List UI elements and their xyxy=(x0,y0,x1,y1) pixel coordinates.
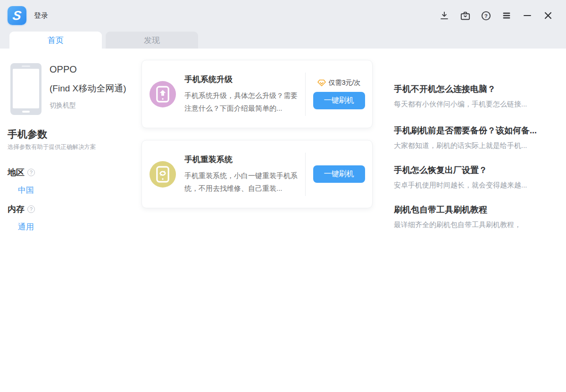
switch-device-link[interactable]: 切换机型 xyxy=(50,101,76,110)
device-phone-homebar xyxy=(22,111,30,113)
card-text: 手机系统升级 手机系统升级，具体怎么升级？需要注意什么？下面介绍最简单的... xyxy=(184,74,303,114)
region-help-icon[interactable]: ? xyxy=(27,169,35,176)
device-brand: OPPO xyxy=(50,64,77,75)
article-title: 刷机包自带工具刷机教程 xyxy=(394,204,566,215)
titlebar: S 登录 ? xyxy=(0,0,566,31)
card-actions: 仅需3元/次 一键刷机 xyxy=(306,79,372,109)
article-desc: 大家都知道，刷机的话实际上就是给手机... xyxy=(394,141,566,150)
card-title: 手机系统升级 xyxy=(184,74,303,85)
help-icon[interactable]: ? xyxy=(480,10,491,21)
menu-icon[interactable] xyxy=(501,10,512,21)
device-phone-speaker xyxy=(22,65,30,67)
memory-value-link[interactable]: 通用 xyxy=(18,221,34,232)
card-description: 手机重装系统，小白一键重装手机系统，不用去找维修、自己重装... xyxy=(184,169,303,195)
article-desc: 每天都有小伙伴问小编，手机要怎么链接... xyxy=(394,100,566,109)
price-row: 仅需3元/次 xyxy=(317,79,361,87)
article-title: 手机不开机怎么连接电脑？ xyxy=(394,83,566,95)
price-text: 仅需3元/次 xyxy=(329,79,361,87)
app-logo: S xyxy=(8,6,26,25)
article-item[interactable]: 刷机包自带工具刷机教程 最详细齐全的刷机包自带工具刷机教程， xyxy=(394,204,566,229)
article-desc: 安卓手机使用时间越长，就会变得越来越... xyxy=(394,181,566,190)
card-system-upgrade: 手机系统升级 手机系统升级，具体怎么升级？需要注意什么？下面介绍最简单的... … xyxy=(142,60,373,128)
phone-upgrade-icon xyxy=(150,81,176,107)
memory-help-icon[interactable]: ? xyxy=(27,205,35,213)
minimize-icon[interactable] xyxy=(522,10,533,21)
card-text: 手机重装系统 手机重装系统，小白一键重装手机系统，不用去找维修、自己重装... xyxy=(184,154,303,195)
params-title: 手机参数 xyxy=(8,128,47,141)
article-item[interactable]: 手机怎么恢复出厂设置？ 安卓手机使用时间越长，就会变得越来越... xyxy=(394,164,566,190)
close-icon[interactable] xyxy=(542,10,554,21)
card-system-reinstall: 手机重装系统 手机重装系统，小白一键重装手机系统，不用去找维修、自己重装... … xyxy=(142,140,373,208)
region-label: 地区 ? xyxy=(8,167,35,178)
main-content: OPPO (Find X移动全网通) 切换机型 手机参数 选择参数有助于提供正确… xyxy=(0,49,566,392)
article-desc: 最详细齐全的刷机包自带工具刷机教程， xyxy=(394,220,566,229)
card-actions: 一键刷机 xyxy=(306,165,372,183)
card-description: 手机系统升级，具体怎么升级？需要注意什么？下面介绍最简单的... xyxy=(184,89,303,114)
tab-home[interactable]: 首页 xyxy=(9,32,102,49)
device-phone-screen xyxy=(13,69,39,108)
article-title: 手机刷机前是否需要备份？该如何备... xyxy=(394,125,566,136)
params-hint: 选择参数有助于提供正确解决方案 xyxy=(8,143,96,151)
app-logo-letter: S xyxy=(12,9,22,22)
memory-label: 内存 ? xyxy=(8,204,35,215)
memory-label-text: 内存 xyxy=(8,204,25,215)
tab-strip: 首页 发现 xyxy=(0,31,566,49)
device-model: (Find X移动全网通) xyxy=(50,82,126,95)
one-click-flash-button[interactable]: 一键刷机 xyxy=(313,165,365,183)
card-title: 手机重装系统 xyxy=(184,154,303,165)
article-title: 手机怎么恢复出厂设置？ xyxy=(394,164,566,176)
diamond-icon xyxy=(317,79,326,87)
tab-discover[interactable]: 发现 xyxy=(106,32,198,49)
article-item[interactable]: 手机刷机前是否需要备份？该如何备... 大家都知道，刷机的话实际上就是给手机..… xyxy=(394,125,566,150)
one-click-flash-button[interactable]: 一键刷机 xyxy=(313,92,365,109)
phone-reinstall-icon xyxy=(150,161,176,188)
titlebar-actions: ? xyxy=(439,10,554,21)
download-icon[interactable] xyxy=(439,10,450,21)
svg-text:?: ? xyxy=(484,13,488,18)
region-label-text: 地区 xyxy=(8,167,25,178)
toolbox-icon[interactable] xyxy=(459,10,471,21)
region-value-link[interactable]: 中国 xyxy=(18,185,34,196)
device-phone-image xyxy=(10,63,42,115)
article-item[interactable]: 手机不开机怎么连接电脑？ 每天都有小伙伴问小编，手机要怎么链接... xyxy=(394,83,566,109)
login-button[interactable]: 登录 xyxy=(34,11,48,20)
